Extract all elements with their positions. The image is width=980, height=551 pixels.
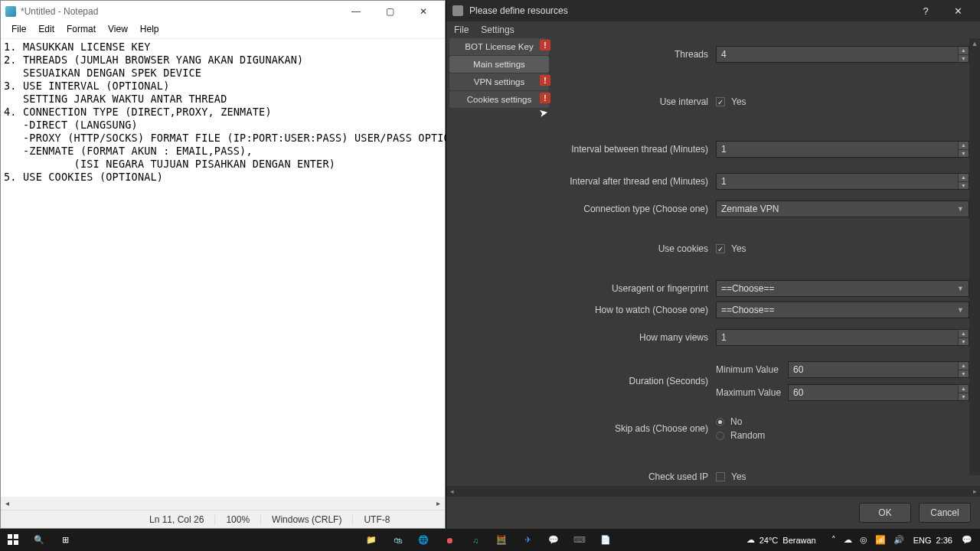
chevron-up-icon[interactable]: ˄ — [831, 535, 836, 545]
sidebar-item-main[interactable]: Main settings — [449, 56, 549, 73]
label-use-cookies: Use cookies — [555, 243, 716, 254]
menu-help[interactable]: Help — [134, 22, 165, 38]
scroll-left-icon[interactable]: ◂ — [446, 486, 457, 497]
clock[interactable]: 2:36 — [936, 536, 952, 545]
ok-button[interactable]: OK — [859, 503, 911, 523]
scroll-up-icon[interactable]: ▲ — [969, 38, 980, 49]
interval-after-input[interactable]: ▲▼ — [716, 173, 969, 190]
label-use-interval: Use interval — [555, 96, 716, 107]
warning-icon: ! — [540, 40, 550, 51]
spin-down-icon[interactable]: ▼ — [958, 393, 969, 401]
spin-up-icon[interactable]: ▲ — [958, 47, 969, 55]
label-skip-ads: Skip ads (Choose one) — [555, 423, 716, 434]
dialog-sidebar: BOT License Key! Main settings VPN setti… — [446, 38, 552, 486]
check-icon — [716, 97, 725, 106]
taskbar-app[interactable]: ✈ — [514, 529, 541, 551]
weather-widget[interactable]: ☁ 24°C Berawan — [740, 535, 822, 545]
dialog-close-button[interactable]: ✕ — [942, 1, 974, 21]
h-scrollbar[interactable]: ◂ ▸ — [1, 497, 445, 510]
wifi-icon[interactable]: 📶 — [875, 535, 886, 545]
taskbar-app[interactable]: 🌐 — [410, 529, 436, 551]
notepad-titlebar[interactable]: *Untitled - Notepad — ▢ ✕ — [1, 1, 445, 22]
spin-up-icon[interactable]: ▲ — [958, 174, 969, 182]
spin-up-icon[interactable]: ▲ — [958, 330, 969, 338]
sidebar-item-vpn[interactable]: VPN settings! — [449, 73, 549, 90]
dialog-menu-settings[interactable]: Settings — [481, 21, 514, 38]
notifications-icon[interactable]: 💬 — [957, 535, 977, 545]
system-tray[interactable]: ˄ ☁ ◎ 📶 🔊 — [827, 535, 909, 545]
spin-down-icon[interactable]: ▼ — [958, 150, 969, 158]
cloud-icon[interactable]: ☁ — [844, 535, 852, 545]
weather-cond: Berawan — [782, 536, 815, 545]
scroll-right-icon[interactable]: ▸ — [969, 486, 980, 497]
sidebar-item-cookies[interactable]: Cookies settings! — [449, 91, 549, 108]
taskbar-app[interactable]: 🧮 — [488, 529, 514, 551]
search-button[interactable]: 🔍 — [26, 529, 52, 551]
interval-between-input[interactable]: ▲▼ — [716, 141, 969, 158]
volume-icon[interactable]: 🔊 — [893, 535, 904, 545]
how-watch-select[interactable]: ==Choose==▼ — [716, 302, 969, 318]
views-input[interactable]: ▲▼ — [716, 329, 969, 346]
location-icon[interactable]: ◎ — [860, 535, 867, 545]
spin-down-icon[interactable]: ▼ — [958, 370, 969, 378]
menu-file[interactable]: File — [5, 22, 32, 38]
useragent-select[interactable]: ==Choose==▼ — [716, 280, 969, 297]
scroll-left-icon[interactable]: ◂ — [1, 497, 14, 510]
minimize-button[interactable]: — — [339, 2, 373, 21]
taskview-button[interactable]: ⊞ — [52, 529, 78, 551]
dialog-h-scrollbar[interactable]: ◂▸ — [446, 486, 980, 497]
help-button[interactable]: ? — [910, 1, 942, 21]
check-ip-checkbox[interactable]: Yes — [716, 470, 969, 484]
menu-view[interactable]: View — [102, 22, 134, 38]
warning-icon: ! — [540, 93, 550, 103]
spin-up-icon[interactable]: ▲ — [958, 362, 969, 370]
skip-ads-random[interactable]: Random — [716, 429, 969, 442]
dialog-form: Threads ▲▼ Use interval Yes Interval bet… — [552, 38, 980, 486]
menu-format[interactable]: Format — [60, 22, 102, 38]
taskbar-app[interactable]: ⏺ — [436, 529, 462, 551]
taskbar: 🔍 ⊞ 📁 🛍 🌐 ⏺ ♫ 🧮 ✈ 💬 ⌨ 📄 ☁ 24°C Berawan ˄… — [0, 529, 980, 551]
spin-up-icon[interactable]: ▲ — [958, 385, 969, 393]
use-cookies-checkbox[interactable]: Yes — [716, 242, 969, 256]
taskbar-app[interactable]: 💬 — [541, 529, 567, 551]
dialog-titlebar[interactable]: Please define resources ? ✕ — [446, 0, 980, 21]
cancel-button[interactable]: Cancel — [919, 503, 971, 523]
taskbar-app[interactable]: 🛍 — [384, 529, 410, 551]
dialog-icon — [452, 5, 463, 16]
spin-down-icon[interactable]: ▼ — [958, 338, 969, 346]
close-button[interactable]: ✕ — [407, 2, 440, 21]
language-indicator[interactable]: ENG — [913, 536, 932, 545]
maximize-button[interactable]: ▢ — [373, 2, 407, 21]
label-max-value: Maximum Value — [716, 387, 788, 398]
notepad-textarea[interactable]: 1. MASUKKAN LICENSE KEY 2. THREADS (JUML… — [1, 39, 445, 185]
radio-icon — [716, 418, 724, 426]
connection-type-select[interactable]: Zenmate VPN▼ — [716, 201, 969, 217]
menu-edit[interactable]: Edit — [32, 22, 60, 38]
duration-max-input[interactable]: ▲▼ — [788, 384, 969, 401]
duration-min-input[interactable]: ▲▼ — [788, 361, 969, 378]
taskbar-app[interactable]: ⌨ — [567, 529, 593, 551]
check-icon — [716, 244, 725, 253]
skip-ads-no[interactable]: No — [716, 415, 969, 429]
spin-up-icon[interactable]: ▲ — [958, 142, 969, 150]
notepad-statusbar: Ln 11, Col 26 100% Windows (CRLF) UTF-8 — [1, 510, 445, 528]
start-button[interactable] — [0, 529, 26, 551]
taskbar-app[interactable]: 📄 — [593, 529, 619, 551]
use-interval-checkbox[interactable]: Yes — [716, 95, 969, 109]
status-eol: Windows (CRLF) — [260, 514, 352, 525]
spin-down-icon[interactable]: ▼ — [958, 55, 969, 63]
label-views: How many views — [555, 332, 716, 343]
sidebar-item-license[interactable]: BOT License Key! — [449, 38, 549, 55]
label-threads: Threads — [555, 49, 716, 60]
scroll-right-icon[interactable]: ▸ — [432, 497, 445, 510]
v-scrollbar[interactable]: ▲ — [969, 38, 980, 475]
dialog-menu-file[interactable]: File — [454, 21, 469, 38]
taskbar-app[interactable]: ♫ — [462, 529, 488, 551]
spin-down-icon[interactable]: ▼ — [958, 182, 969, 190]
check-icon — [716, 472, 725, 481]
status-pos: Ln 11, Col 26 — [139, 514, 214, 525]
label-check-ip: Check used IP — [555, 471, 716, 482]
taskbar-app[interactable]: 📁 — [358, 529, 384, 551]
svg-rect-2 — [8, 540, 12, 545]
threads-input[interactable]: ▲▼ — [716, 46, 969, 63]
